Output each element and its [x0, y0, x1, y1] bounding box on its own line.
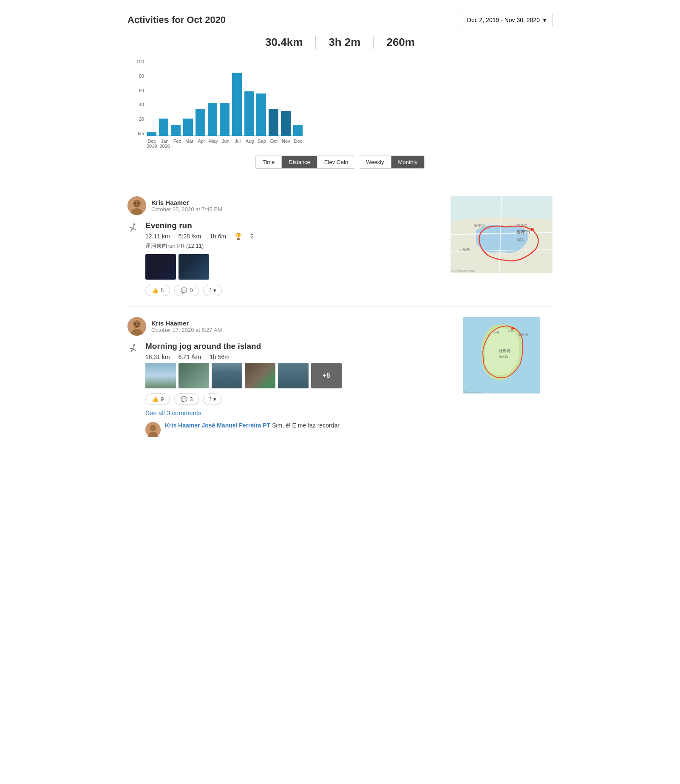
- chart-container: 100 80 60 40 20 km Dec 2019Jan 2020FebMa…: [128, 59, 552, 149]
- comment-author2[interactable]: José Manuel Ferreira PT: [201, 422, 270, 429]
- x-labels: Dec 2019Jan 2020FebMarAprMayJunJulAugSep…: [147, 139, 303, 149]
- bar-4: [196, 109, 205, 136]
- x-label-6: Jun: [221, 139, 230, 149]
- svg-point-33: [511, 327, 514, 329]
- date-range-button[interactable]: Dec 2, 2019 - Nov 30, 2020 ▾: [461, 13, 552, 27]
- bar-group-3[interactable]: [183, 119, 193, 136]
- photo-2-5[interactable]: [278, 363, 309, 388]
- bar-5: [208, 103, 218, 136]
- bar-9: [256, 93, 266, 136]
- y-label-100: 100: [136, 59, 144, 64]
- x-label-12: Dec: [293, 139, 303, 149]
- map-svg-1: 臺南市 安平區 中西區 南區 三鯤鯓 © OpenStreetMap: [450, 196, 552, 273]
- bar-11: [281, 111, 291, 136]
- bar-group-0[interactable]: [147, 132, 156, 136]
- y-label-60: 60: [139, 88, 144, 93]
- bar-6: [220, 103, 230, 136]
- bar-1: [159, 119, 169, 136]
- bar-group-1[interactable]: [159, 119, 169, 136]
- chart-y-axis: 100 80 60 40 20 km: [128, 59, 147, 136]
- time-2: 1h 56m: [210, 354, 230, 360]
- elev-gain-button[interactable]: Elev Gain: [317, 156, 355, 168]
- photo-more-2[interactable]: +5: [311, 363, 342, 388]
- activity-title-1[interactable]: Evening run: [145, 221, 254, 230]
- svg-point-3: [134, 202, 136, 204]
- photo-1-1[interactable]: [145, 254, 176, 280]
- photo-2-1[interactable]: [145, 363, 176, 388]
- bar-group-7[interactable]: [232, 73, 242, 136]
- bar-group-9[interactable]: [256, 93, 266, 136]
- weekly-button[interactable]: Weekly: [359, 156, 391, 168]
- share-button-2[interactable]: ⤴ ▾: [203, 393, 222, 405]
- user-date-2: October 17, 2020 at 6:27 AM: [151, 327, 222, 333]
- pace-2: 6:21 /km: [178, 354, 201, 360]
- x-label-3: Mar: [184, 139, 194, 149]
- comment-icon-1: 💬: [181, 287, 187, 294]
- bar-3: [183, 119, 193, 136]
- map-svg-2: 中寮 公館 橡仔湖 綠島鄉 綠島鄉 © OpenStreetMap: [450, 317, 552, 393]
- bar-group-11[interactable]: [281, 111, 291, 136]
- photos-row-1: [145, 254, 254, 280]
- comment-text-2: Kris Haamer José Manuel Ferreira PT Sim,…: [165, 422, 340, 429]
- date-range-label: Dec 2, 2019 - Nov 30, 2020: [467, 17, 540, 23]
- share-icon-2: ⤴: [209, 396, 212, 402]
- bar-group-10[interactable]: [269, 109, 278, 136]
- like-button-1[interactable]: 👍 5: [145, 285, 170, 296]
- photo-1-2[interactable]: [178, 254, 209, 280]
- bar-group-8[interactable]: [244, 91, 254, 136]
- user-row-1: Kris Haamer October 25, 2020 at 7:45 PM: [128, 196, 442, 215]
- svg-text:© OpenStreetMap: © OpenStreetMap: [451, 269, 476, 273]
- pace-1: 5:28 /km: [178, 233, 201, 240]
- svg-point-16: [530, 228, 534, 231]
- bar-7: [232, 73, 242, 136]
- see-all-comments-link[interactable]: See all 3 comments: [145, 409, 201, 416]
- distance-stat: 30.4km: [265, 36, 303, 49]
- photo-2-4[interactable]: [245, 363, 275, 388]
- y-label-40: 40: [139, 102, 144, 107]
- trophy-icon-1: 🏆: [235, 233, 242, 240]
- comment-author1[interactable]: Kris Haamer: [165, 422, 200, 429]
- avatar-1: [128, 196, 146, 215]
- svg-point-4: [138, 202, 139, 204]
- bar-group-4[interactable]: [196, 109, 205, 136]
- bar-group-12[interactable]: [293, 125, 303, 136]
- bar-group-5[interactable]: [208, 103, 218, 136]
- comment-count-2: 3: [190, 396, 193, 402]
- bar-12: [293, 125, 303, 136]
- svg-point-5: [133, 224, 136, 226]
- activity-card-1: Kris Haamer October 25, 2020 at 7:45 PM …: [128, 186, 552, 306]
- card-top-1: Kris Haamer October 25, 2020 at 7:45 PM …: [128, 196, 552, 296]
- chevron-down-icon: ▾: [543, 17, 546, 23]
- user-info-2: Kris Haamer October 17, 2020 at 6:27 AM: [151, 320, 222, 333]
- comment-button-1[interactable]: 💬 0: [174, 285, 199, 296]
- comment-button-2[interactable]: 💬 3: [174, 393, 199, 405]
- like-button-2[interactable]: 👍 9: [145, 393, 170, 405]
- time-stat: 3h 2m: [329, 36, 360, 49]
- pr-badge-1: 運河東向run PR (12:11): [145, 242, 254, 250]
- svg-point-22: [138, 323, 139, 325]
- svg-point-23: [133, 344, 136, 346]
- share-button-1[interactable]: ⤴ ▾: [203, 285, 222, 296]
- monthly-button[interactable]: Monthly: [391, 156, 425, 168]
- metric-controls: Time Distance Elev Gain: [255, 156, 355, 169]
- card-left-1: Kris Haamer October 25, 2020 at 7:45 PM …: [128, 196, 442, 296]
- time-button[interactable]: Time: [256, 156, 282, 168]
- x-label-1: Jan 2020: [159, 139, 170, 149]
- svg-point-21: [134, 323, 136, 325]
- run-icon-2: [128, 342, 139, 354]
- activity-card-2: Kris Haamer October 17, 2020 at 6:27 AM …: [128, 306, 552, 447]
- activity-title-2[interactable]: Morning jog around the island: [145, 342, 342, 351]
- distance-button[interactable]: Distance: [282, 156, 317, 168]
- bar-group-2[interactable]: [171, 125, 181, 136]
- share-arrow-2: ▾: [213, 396, 216, 402]
- photo-2-2[interactable]: [178, 363, 209, 388]
- photo-2-3[interactable]: [212, 363, 242, 388]
- svg-text:中寮: 中寮: [493, 331, 499, 334]
- activity-map-1: 臺南市 安平區 中西區 南區 三鯤鯓 © OpenStreetMap: [450, 196, 552, 273]
- bar-group-6[interactable]: [220, 103, 230, 136]
- trophies-1: 2: [250, 233, 254, 240]
- like-count-2: 9: [161, 396, 164, 402]
- avatar-img-2: [128, 317, 146, 336]
- distance-1: 12.11 km: [145, 233, 170, 240]
- x-label-10: Oct: [269, 139, 278, 149]
